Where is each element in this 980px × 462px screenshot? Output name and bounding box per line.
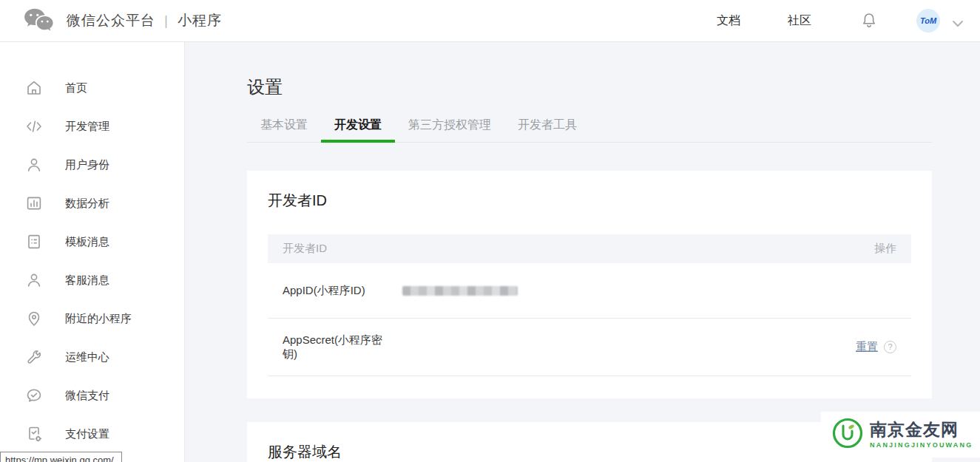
sidebar-item-nearby-miniprogram[interactable]: 附近的小程序	[0, 299, 184, 338]
avatar-label: ToM	[920, 16, 936, 25]
sidebar-item-label: 支付设置	[65, 427, 109, 441]
sidebar-item-home[interactable]: 首页	[0, 69, 184, 107]
table-header: 开发者ID 操作	[268, 234, 911, 263]
home-icon	[25, 79, 43, 97]
sidebar-item-label: 模板消息	[65, 235, 109, 249]
location-icon	[25, 310, 43, 327]
pay-settings-icon	[25, 425, 43, 443]
help-icon[interactable]: ?	[884, 341, 896, 353]
watermark-en: NANJINGJINYOUWANG	[870, 441, 973, 449]
brand-name: 微信公众平台	[67, 11, 155, 30]
brand: 微信公众平台 | 小程序	[22, 7, 222, 34]
reset-link[interactable]: 重置	[856, 340, 878, 354]
sidebar-item-customer-service[interactable]: 客服消息	[0, 261, 184, 299]
template-message-icon	[25, 233, 43, 251]
sidebar: 首页 开发管理 用户身份	[0, 42, 185, 462]
tab-dev-tools[interactable]: 开发者工具	[504, 111, 590, 142]
sidebar-item-label: 开发管理	[65, 120, 109, 134]
main-content: 设置 基本设置 开发设置 第三方授权管理 开发者工具 开发者ID 开发者ID 操…	[185, 42, 980, 462]
chevron-down-icon[interactable]	[952, 17, 964, 24]
jinyou-leaf-logo-icon	[831, 417, 864, 452]
nav-community-link[interactable]: 社区	[788, 13, 811, 29]
table-header-developer-id: 开发者ID	[283, 242, 327, 256]
top-bar: 微信公众平台 | 小程序 文档 社区 ToM	[0, 0, 980, 42]
sidebar-item-user-identity[interactable]: 用户身份	[0, 146, 184, 184]
watermark-cn: 南京金友网	[870, 421, 973, 439]
settings-tabs: 基本设置 开发设置 第三方授权管理 开发者工具	[247, 111, 932, 143]
sidebar-item-label: 首页	[65, 81, 87, 95]
sidebar-item-wechat-pay[interactable]: 微信支付	[0, 376, 184, 415]
card-padding	[268, 376, 911, 398]
appid-row: AppID(小程序ID)	[268, 263, 911, 319]
sidebar-item-label: 用户身份	[65, 158, 109, 172]
sidebar-item-dev-management[interactable]: 开发管理	[0, 107, 184, 146]
customer-service-icon	[25, 271, 43, 289]
wechat-logo-icon	[22, 7, 55, 34]
table-header-actions: 操作	[874, 242, 896, 256]
top-nav: 文档 社区 ToM	[669, 9, 964, 33]
tab-dev-settings[interactable]: 开发设置	[321, 111, 395, 142]
code-icon	[25, 118, 43, 135]
sidebar-item-label: 附近的小程序	[65, 312, 132, 326]
appsecret-label: AppSecret(小程序密钥)	[283, 333, 388, 361]
sidebar-item-data-analysis[interactable]: 数据分析	[0, 184, 184, 222]
developer-id-title: 开发者ID	[268, 171, 911, 211]
notification-bell-icon[interactable]	[860, 11, 878, 30]
sidebar-item-ops-center[interactable]: 运维中心	[0, 338, 184, 376]
tab-third-party-auth[interactable]: 第三方授权管理	[395, 111, 504, 142]
status-bar-url: https://mp.weixin.qq.com/	[0, 452, 122, 462]
sidebar-item-template-message[interactable]: 模板消息	[0, 222, 184, 261]
watermark-text: 南京金友网 NANJINGJINYOUWANG	[870, 421, 973, 449]
appid-value-redacted	[402, 286, 518, 296]
chart-icon	[25, 194, 43, 212]
page-title: 设置	[247, 75, 980, 99]
sidebar-item-label: 微信支付	[65, 389, 109, 403]
user-avatar[interactable]: ToM	[916, 9, 940, 33]
server-domain-title: 服务器域名	[268, 422, 911, 462]
product-name: 小程序	[178, 11, 222, 30]
wechat-pay-icon	[25, 387, 43, 404]
appid-label: AppID(小程序ID)	[283, 284, 388, 298]
sidebar-item-pay-settings[interactable]: 支付设置	[0, 415, 184, 453]
appsecret-row: AppSecret(小程序密钥) 重置 ?	[268, 319, 911, 376]
developer-id-card: 开发者ID 开发者ID 操作 AppID(小程序ID) AppSecret(小程…	[247, 171, 932, 398]
brand-separator: |	[164, 13, 169, 29]
sidebar-item-label: 运维中心	[65, 350, 109, 364]
site-watermark: 南京金友网 NANJINGJINYOUWANG	[821, 412, 980, 458]
appsecret-actions: 重置 ?	[856, 340, 896, 354]
tab-basic-settings[interactable]: 基本设置	[247, 111, 321, 142]
sidebar-item-label: 客服消息	[65, 274, 109, 288]
nav-docs-link[interactable]: 文档	[717, 13, 740, 29]
sidebar-item-label: 数据分析	[65, 197, 109, 211]
wrench-icon	[25, 348, 43, 366]
user-icon	[25, 156, 43, 174]
